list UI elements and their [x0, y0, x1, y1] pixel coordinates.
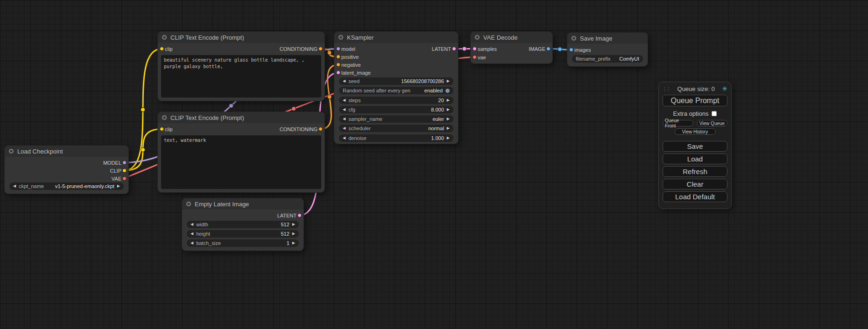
toggle-dot-icon[interactable] [445, 89, 450, 93]
increment-arrow-icon[interactable]: ▶ [447, 117, 450, 121]
increment-arrow-icon[interactable]: ▶ [447, 98, 450, 102]
widget-steps[interactable]: ◀ steps 20 ▶ [339, 97, 453, 104]
decrement-arrow-icon[interactable]: ◀ [191, 232, 193, 236]
image-output-port[interactable] [546, 47, 550, 51]
view-queue-button[interactable]: View Queue [697, 120, 727, 126]
widget-batch-size[interactable]: ◀ batch_size 1 ▶ [187, 239, 299, 247]
input-slot-vae: vae [478, 53, 486, 61]
widget-filename-prefix[interactable]: filename_prefix ComfyUI [572, 55, 643, 63]
widget-scheduler[interactable]: ◀ scheduler normal ▶ [339, 125, 453, 132]
input-slot-samples: samples [478, 45, 497, 53]
increment-arrow-icon[interactable]: ▶ [447, 108, 450, 112]
conditioning-output-port[interactable] [318, 47, 323, 51]
node-title: Save Image [580, 35, 612, 42]
increment-arrow-icon[interactable]: ▶ [447, 79, 450, 83]
positive-input-port[interactable] [336, 55, 340, 59]
queue-prompt-button[interactable]: Queue Prompt [663, 95, 727, 106]
decrement-arrow-icon[interactable]: ◀ [191, 223, 193, 226]
collapse-dot-icon[interactable] [162, 115, 167, 120]
link-midpoint-dot [229, 104, 233, 108]
clip-input-port[interactable] [160, 47, 164, 51]
increment-arrow-icon[interactable]: ▶ [117, 184, 120, 188]
node-title-bar[interactable]: Load Checkpoint [5, 146, 128, 157]
images-input-port[interactable] [569, 48, 573, 52]
collapse-dot-icon[interactable] [475, 35, 480, 40]
output-slot-conditioning: CONDITIONING [280, 45, 318, 53]
increment-arrow-icon[interactable]: ▶ [292, 241, 295, 245]
node-clip-text-encode-negative[interactable]: CLIP Text Encode (Prompt) clip CONDITION… [158, 112, 325, 192]
collapse-dot-icon[interactable] [572, 36, 576, 41]
widget-value: v1-5-pruned-emaonly.ckpt [47, 183, 114, 189]
node-title-bar[interactable]: VAE Decode [471, 32, 552, 43]
latent-output-port[interactable] [452, 47, 456, 51]
input-slot-clip: clip [165, 45, 173, 53]
widget-label: width [196, 222, 208, 227]
decrement-arrow-icon[interactable]: ◀ [343, 126, 346, 130]
node-title-bar[interactable]: CLIP Text Encode (Prompt) [158, 32, 325, 43]
decrement-arrow-icon[interactable]: ◀ [191, 241, 193, 245]
widget-ckpt-name[interactable]: ◀ ckpt_name v1-5-pruned-emaonly.ckpt ▶ [9, 182, 124, 190]
decrement-arrow-icon[interactable]: ◀ [343, 79, 346, 83]
negative-prompt-textarea[interactable]: text, watermark [161, 135, 321, 189]
node-title-bar[interactable]: Save Image [567, 33, 648, 44]
clip-input-port[interactable] [160, 127, 164, 131]
node-title-bar[interactable]: CLIP Text Encode (Prompt) [158, 112, 325, 123]
input-slot-model: model [341, 45, 355, 53]
widget-label: filename_prefix [576, 56, 611, 62]
node-save-image[interactable]: Save Image images filename_prefix ComfyU… [567, 33, 648, 66]
decrement-arrow-icon[interactable]: ◀ [343, 136, 346, 140]
queue-front-button[interactable]: Queue Front [663, 120, 693, 126]
increment-arrow-icon[interactable]: ▶ [292, 232, 295, 236]
decrement-arrow-icon[interactable]: ◀ [343, 98, 346, 102]
clip-output-port[interactable] [122, 168, 127, 173]
widget-width[interactable]: ◀ width 512 ▶ [187, 221, 299, 228]
widget-cfg[interactable]: ◀ cfg 8.000 ▶ [339, 106, 453, 113]
collapse-dot-icon[interactable] [162, 35, 167, 40]
extra-options-checkbox[interactable] [712, 111, 717, 116]
node-clip-text-encode-positive[interactable]: CLIP Text Encode (Prompt) clip CONDITION… [158, 32, 325, 101]
model-output-port[interactable] [122, 161, 127, 165]
settings-gear-icon[interactable]: ✳ [722, 85, 727, 92]
conditioning-output-port[interactable] [318, 127, 323, 131]
decrement-arrow-icon[interactable]: ◀ [343, 117, 346, 121]
increment-arrow-icon[interactable]: ▶ [292, 223, 295, 226]
node-title-bar[interactable]: Empty Latent Image [182, 198, 303, 210]
widget-value: 8.000 [358, 107, 444, 112]
node-title-bar[interactable]: KSampler [334, 32, 458, 43]
link-midpoint-dot [141, 108, 145, 112]
increment-arrow-icon[interactable]: ▶ [447, 136, 450, 140]
widget-height[interactable]: ◀ height 512 ▶ [187, 230, 299, 238]
collapse-dot-icon[interactable] [9, 149, 14, 154]
samples-input-port[interactable] [473, 47, 477, 51]
widget-denoise[interactable]: ◀ denoise 1.000 ▶ [339, 134, 453, 142]
output-slot-conditioning: CONDITIONING [280, 125, 318, 133]
positive-prompt-textarea[interactable]: beautiful scenery nature glass bottle la… [161, 55, 321, 98]
vae-output-port[interactable] [122, 176, 127, 181]
decrement-arrow-icon[interactable]: ◀ [13, 184, 16, 188]
node-empty-latent-image[interactable]: Empty Latent Image LATENT ◀ width 512 ▶ … [182, 198, 303, 251]
increment-arrow-icon[interactable]: ▶ [447, 126, 450, 130]
widget-random-seed-toggle[interactable]: Random seed after every gen enabled [339, 87, 453, 94]
drag-handle-icon[interactable]: ⋮⋮ [663, 86, 670, 91]
save-button[interactable]: Save [663, 141, 727, 152]
vae-input-port[interactable] [473, 55, 477, 59]
decrement-arrow-icon[interactable]: ◀ [343, 108, 346, 112]
latent-output-port[interactable] [297, 213, 302, 217]
widget-value: 1 [224, 240, 289, 246]
widget-sampler-name[interactable]: ◀ sampler_name euler ▶ [339, 115, 453, 123]
load-button[interactable]: Load [663, 154, 727, 164]
collapse-dot-icon[interactable] [186, 202, 191, 206]
refresh-button[interactable]: Refresh [663, 166, 727, 177]
widget-seed[interactable]: ◀ seed 156680208700286 ▶ [339, 77, 453, 85]
clear-button[interactable]: Clear [663, 179, 727, 189]
node-ksampler[interactable]: KSampler model positive negative latent_… [334, 32, 458, 144]
node-vae-decode[interactable]: VAE Decode samples vae IMAGE [471, 32, 552, 63]
load-default-button[interactable]: Load Default [663, 191, 727, 202]
negative-input-port[interactable] [336, 63, 340, 67]
collapse-dot-icon[interactable] [339, 35, 343, 40]
widget-value: euler [385, 116, 444, 122]
view-history-button[interactable]: View History [675, 128, 716, 135]
latent-image-input-port[interactable] [336, 70, 340, 75]
node-load-checkpoint[interactable]: Load Checkpoint MODEL CLIP VAE ◀ ckpt_na… [5, 146, 128, 194]
model-input-port[interactable] [336, 47, 340, 51]
